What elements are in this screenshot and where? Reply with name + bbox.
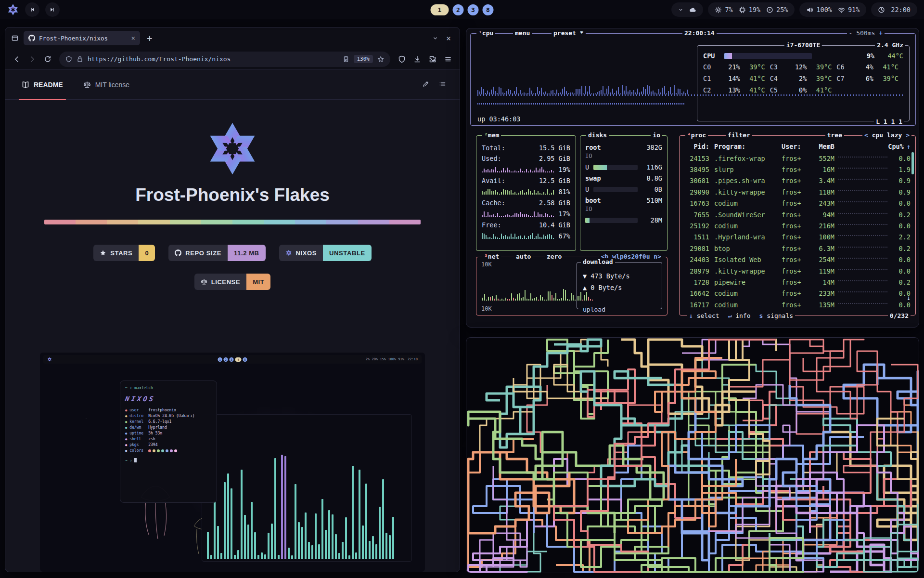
process-row-30681[interactable]: 30681.pipes.sh-wrafros+3.4M0.9 [684, 175, 911, 186]
tab-title: Frost-Phoenix/nixos [39, 35, 108, 42]
btop-mem-box: ²mem Total:15.5 GiBUsed:2.95 GiB19%Avail… [476, 135, 576, 251]
window-close-icon[interactable]: × [443, 34, 454, 43]
fetch-terminal: ~ › maxfetch NIXOS ●userfrostphoenix●dis… [120, 381, 217, 503]
disk-boot: boot510M [585, 195, 662, 206]
process-row-1728[interactable]: 1728pipewirefros+14M0.2 [684, 276, 911, 288]
proc-filter-button[interactable]: filter [726, 131, 752, 139]
fetch-row-kernel: ●kernel6.6.7-lqx1 [125, 419, 212, 425]
cloud-icon [689, 6, 696, 13]
mem-row-free: Free:10.4 GiB [482, 220, 570, 230]
workspace-8[interactable]: 8 [483, 4, 494, 15]
net-auto-button[interactable]: auto [514, 253, 533, 260]
footer-key-select[interactable]: ↓ select [689, 312, 719, 319]
core-C2: C213%41°C [703, 86, 770, 94]
disks-io-toggle[interactable]: io [651, 131, 662, 139]
desktop: 1238 7%19%25% 100% 91% 22:00 [0, 0, 924, 578]
proc-table-header[interactable]: Pid: Program: User: MemB Cpu% ↑ [684, 141, 911, 152]
net-scale-top: 10K [481, 261, 492, 268]
fetch-row-uptime: ●uptime5h 53m [125, 431, 212, 436]
proc-scrollbar-thumb[interactable] [911, 152, 914, 174]
downloads-icon[interactable] [413, 55, 421, 63]
app-menu-icon[interactable] [444, 55, 452, 63]
pipes-terminal-window[interactable] [466, 337, 919, 573]
process-row-25192[interactable]: 25192codiumfros+216M0.0 [684, 220, 911, 231]
process-row-29090[interactable]: 29090.kitty-wrappefros+118M0.9 [684, 186, 911, 197]
tab-license[interactable]: MIT license [80, 70, 132, 100]
tab-close-icon[interactable]: × [131, 34, 135, 42]
reload-icon[interactable] [44, 55, 51, 63]
url-bar[interactable]: https://github.com/Frost-Phoenix/nixos 1… [59, 52, 390, 67]
proc-sort-selector[interactable]: < cpu lazy > [862, 131, 911, 139]
process-row-16642[interactable]: 16642codiumfros+233M0.0 [684, 288, 911, 299]
scroll-down-icon[interactable]: ↓ [907, 294, 911, 302]
extensions-icon[interactable] [429, 55, 436, 63]
reader-mode-icon[interactable] [343, 56, 349, 63]
process-row-29081[interactable]: 29081btopfros+6.3M0.2 [684, 243, 911, 254]
btop-menu-button[interactable]: menu [513, 29, 532, 37]
clock-widget[interactable]: 22:00 [871, 2, 917, 17]
firefox-view-icon[interactable] [11, 34, 19, 42]
wifi-indicator[interactable]: 91% [838, 6, 860, 13]
nixos-logo[interactable] [7, 3, 19, 16]
back-icon[interactable] [13, 55, 21, 63]
footer-key-signals[interactable]: s signals [759, 312, 793, 319]
net-zero-button[interactable]: zero [545, 253, 564, 260]
workspace-1[interactable]: 1 [431, 4, 449, 15]
badge-stars[interactable]: STARS0 [93, 245, 155, 261]
process-row-24403[interactable]: 24403Isolated Webfros+254M0.0 [684, 254, 911, 265]
lock-icon [77, 56, 83, 63]
proc-tree-button[interactable]: tree [825, 131, 844, 139]
stat-disk[interactable]: 25% [766, 6, 788, 13]
process-row-38495[interactable]: 38495slurpfros+16M1.9 [684, 164, 911, 175]
btop-disks-box: disks io root382GIOU116Gswap8.8GU0Bboot5… [580, 135, 667, 251]
mem-box-title: ²mem [482, 131, 501, 139]
tab-readme[interactable]: README [19, 70, 66, 100]
process-row-28979[interactable]: 28979.kitty-wrappefros+119M0.0 [684, 265, 911, 276]
badge-license[interactable]: LICENSEMIT [194, 274, 271, 290]
new-tab-button[interactable]: + [145, 33, 154, 43]
browser-tab[interactable]: Frost-Phoenix/nixos × [24, 31, 140, 45]
process-row-7655[interactable]: 7655.SoundWireSerfros+94M0.2 [684, 209, 911, 220]
preview-stats: 2% 20% 15% 100% 91% [366, 357, 404, 361]
media-prev-button[interactable] [25, 2, 39, 17]
workspace-switcher: 1238 [431, 0, 494, 19]
badge-repo-size[interactable]: REPO SIZE11.2 MB [168, 245, 265, 261]
core-C4: C42%39°C [770, 75, 837, 82]
stat-chip[interactable]: 19% [739, 6, 760, 13]
workspace-3[interactable]: 3 [468, 4, 479, 15]
sort-arrow-icon: ↑ [907, 143, 911, 150]
process-row-24153[interactable]: 24153.firefox-wrapfros+552M0.0 [684, 153, 911, 164]
cpu-core-box: i7-6700TE 2.4 GHz CPU 9% 44°C C021%39°CC… [697, 45, 910, 121]
cpu-graph-baseline-2 [477, 103, 685, 105]
tracking-shield-icon[interactable] [65, 56, 72, 63]
firefox-window[interactable]: Frost-Phoenix/nixos × + × https://github… [5, 27, 460, 572]
btop-preset-button[interactable]: preset * [552, 29, 586, 37]
list-tabs-icon[interactable] [432, 35, 438, 41]
bookmark-star-icon[interactable] [377, 56, 384, 63]
process-row-1511[interactable]: 1511.Hyprland-wrafros+100M2.2 [684, 232, 911, 243]
badge-nixos[interactable]: NIXOSUNSTABLE [279, 245, 372, 261]
weather-widget[interactable] [671, 2, 703, 17]
readme-body: Frost-Phoenix's Flakes STARS0REPO SIZE11… [5, 100, 460, 572]
clock-text: 22:00 [891, 6, 911, 13]
stat-gear[interactable]: 7% [715, 6, 732, 13]
btop-update-rate[interactable]: - 500ms + [847, 29, 885, 37]
outline-icon[interactable] [439, 80, 446, 89]
zoom-level[interactable]: 130% [354, 55, 373, 63]
cpu-model: i7-6700TE [784, 41, 822, 49]
volume-indicator[interactable]: 100% [806, 6, 832, 13]
proc-footer-keys: ↓ select↵ infos signals [687, 312, 795, 319]
btop-window[interactable]: ¹cpu menu preset * 22:00:14 - 500ms + up… [466, 28, 919, 328]
footer-key-info[interactable]: ↵ info [728, 312, 751, 319]
flakes-snowflake-logo [204, 120, 261, 177]
edit-icon[interactable] [422, 80, 429, 89]
workspace-2[interactable]: 2 [453, 4, 464, 15]
cpu-history-graph [477, 80, 689, 94]
core-C0: C021%39°C [703, 63, 770, 71]
extension-shield-icon[interactable] [398, 55, 406, 63]
process-row-16717[interactable]: 16717codiumfros+135M0.0 [684, 299, 911, 310]
forward-icon[interactable] [28, 55, 36, 63]
media-next-button[interactable] [45, 2, 60, 17]
core-C6: C64%41°C [836, 63, 903, 71]
process-row-16763[interactable]: 16763codiumfros+243M0.0 [684, 198, 911, 209]
